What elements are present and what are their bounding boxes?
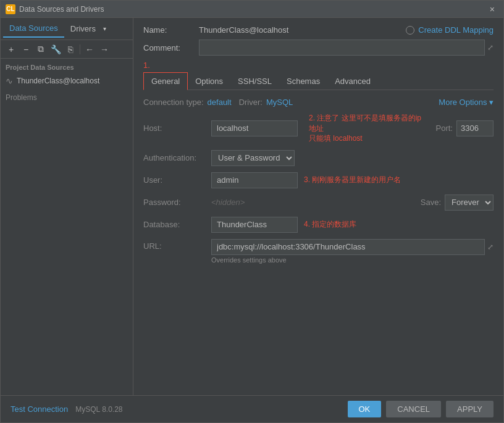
left-panel: Data Sources Drivers ▾ + − ⧉ 🔧 ⎘ ← → Pro… [1,18,133,395]
save-label: Save: [421,198,441,207]
user-input[interactable] [211,172,298,188]
password-label: Password: [143,198,211,207]
database-input[interactable] [211,217,298,233]
host-input[interactable] [211,120,298,136]
datasource-icon: ∿ [6,76,13,86]
step-1-badge: 1. [143,61,494,70]
tab-sshssl[interactable]: SSH/SSL [230,72,279,90]
host-annotation-line2: 只能填 localhost [309,134,429,144]
dialog-datasources: CL Data Sources and Drivers × Data Sourc… [0,0,504,423]
problems-section: Problems [1,88,133,107]
password-row: Password: <hidden> Save: Forever [143,195,494,211]
app-icon: CL [6,4,15,14]
password-hidden: <hidden> [211,198,245,207]
url-label: URL: [143,239,211,251]
right-panel: Name: ThunderClass@localhost Create DDL … [133,18,503,395]
url-row: URL: ⤢ Overrides settings above [143,239,494,264]
tab-drivers[interactable]: Drivers [64,20,102,37]
url-input-wrap: ⤢ [211,239,494,255]
left-top-tabs: Data Sources Drivers ▾ [1,18,133,40]
project-sources-title: Project Data Sources [1,59,133,73]
port-input[interactable] [456,120,494,136]
bottom-bar: Test Connection MySQL 8.0.28 OK CANCEL A… [1,395,503,422]
host-label: Host: [143,124,211,133]
auth-label: Authentication: [143,153,211,162]
remove-button[interactable]: − [19,43,33,56]
url-field-wrap: ⤢ Overrides settings above [211,239,494,264]
user-row: User: 3. 刚刚服务器里新建的用户名 [143,172,494,188]
url-hint: Overrides settings above [211,256,494,264]
tabs-dropdown-icon[interactable]: ▾ [103,25,106,32]
back-button[interactable]: ← [83,43,96,56]
tab-options[interactable]: Options [188,72,230,90]
auth-select[interactable]: User & Password [211,150,295,166]
close-button[interactable]: × [486,3,498,15]
title-bar-text: Data Sources and Drivers [19,5,486,14]
comment-label: Comment: [143,43,199,52]
name-label: Name: [143,25,199,35]
toolbar-separator [80,44,80,54]
conn-type-label: Connection type: [143,98,204,107]
problems-label: Problems [6,93,37,102]
wrench-button[interactable]: 🔧 [49,43,62,56]
tree-item-thunderclass[interactable]: ∿ ThunderClass@localhost [1,73,133,88]
tab-datasources[interactable]: Data Sources [3,20,64,38]
url-expand-icon[interactable]: ⤢ [487,243,494,251]
toolbar: + − ⧉ 🔧 ⎘ ← → [1,40,133,59]
add-button[interactable]: + [4,43,18,56]
port-label: Port: [436,124,453,133]
database-annotation: 4. 指定的数据库 [304,219,356,230]
tab-schemas[interactable]: Schemas [279,72,327,90]
auth-row: Authentication: User & Password [143,150,494,166]
conn-type-value[interactable]: default [208,98,232,107]
form-section: Host: 2. 注意了 这里可不是填服务器的ip地址 只能填 localhos… [143,113,494,264]
driver-value[interactable]: MySQL [266,98,293,107]
main-content: Data Sources Drivers ▾ + − ⧉ 🔧 ⎘ ← → Pro… [1,18,503,395]
comment-input[interactable] [199,40,485,56]
user-annotation: 3. 刚刚服务器里新建的用户名 [304,175,401,185]
create-ddl-link[interactable]: Create DDL Mapping [418,25,494,35]
tree-item-label: ThunderClass@localhost [17,77,99,85]
database-label: Database: [143,220,211,229]
cancel-button[interactable]: CANCEL [386,401,441,417]
tabs-row: General Options SSH/SSL Schemas Advanced [143,72,494,90]
copy-button[interactable]: ⧉ [34,43,48,56]
url-input[interactable] [211,239,485,255]
name-row: Name: ThunderClass@localhost Create DDL … [143,25,494,35]
conn-type-row: Connection type: default Driver: MySQL M… [143,98,494,107]
tab-advanced[interactable]: Advanced [327,72,378,90]
more-options-link[interactable]: More Options ▾ [439,98,494,107]
host-row: Host: 2. 注意了 这里可不是填服务器的ip地址 只能填 localhos… [143,113,494,144]
name-value: ThunderClass@localhost [199,25,406,35]
forward-button[interactable]: → [98,43,111,56]
comment-row: Comment: ⤢ [143,40,494,56]
ok-button[interactable]: OK [348,401,382,417]
test-connection-button[interactable]: Test Connection [10,404,68,414]
ddl-circle-icon [406,26,414,35]
driver-label: Driver: [239,98,262,107]
apply-button[interactable]: APPLY [446,401,494,417]
mysql-version-label: MySQL 8.0.28 [75,405,122,414]
save-select[interactable]: Forever [445,195,494,211]
tab-general[interactable]: General [143,72,188,90]
export-button[interactable]: ⎘ [64,43,77,56]
user-label: User: [143,175,211,185]
host-annotation: 2. 注意了 这里可不是填服务器的ip地址 只能填 localhost [303,113,429,144]
title-bar: CL Data Sources and Drivers × [1,1,503,18]
host-annotation-line1: 2. 注意了 这里可不是填服务器的ip地址 [309,113,429,134]
database-row: Database: 4. 指定的数据库 [143,217,494,233]
comment-expand-icon[interactable]: ⤢ [487,43,494,52]
